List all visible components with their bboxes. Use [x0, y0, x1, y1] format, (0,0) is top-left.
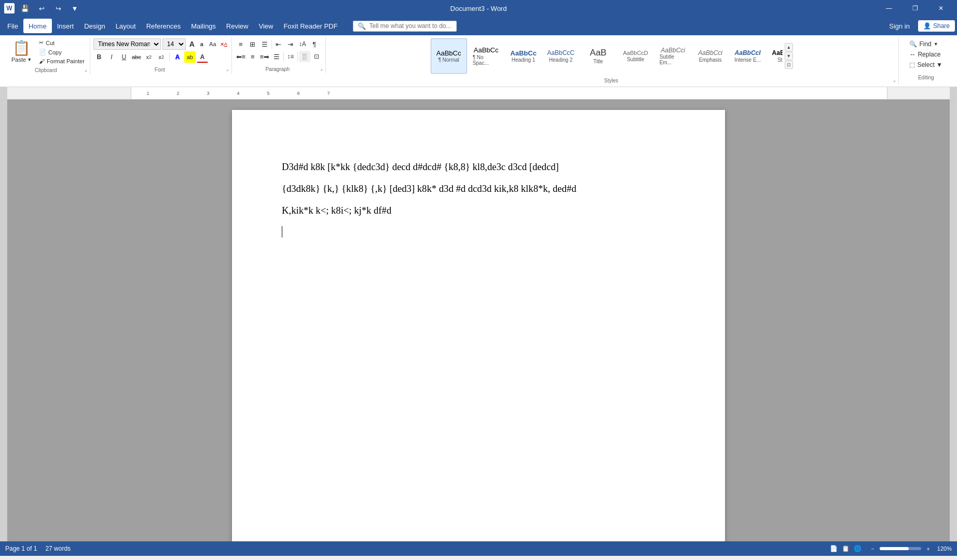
tell-me-input[interactable] [369, 22, 452, 30]
subscript-button[interactable]: x2 [143, 51, 155, 63]
document-area: D3d#d k8k [k*kk {dedc3d} decd d#dcd# {k8… [0, 100, 957, 541]
paragraph-1[interactable]: D3d#d k8k [k*kk {dedc3d} decd d#dcd# {k8… [282, 160, 675, 174]
sort-button[interactable]: ↕A [297, 38, 308, 50]
style-intense-emphasis[interactable]: AaBbCcI Intense E... [730, 38, 766, 74]
menu-foxit[interactable]: Foxit Reader PDF [278, 19, 343, 33]
style-normal[interactable]: AaBbCc ¶ Normal [431, 38, 467, 74]
numbering-button[interactable]: ⊞ [247, 38, 258, 50]
clipboard-expand-icon[interactable]: ⌟ [85, 67, 87, 72]
clipboard-group: 📋 Paste ▼ ✂ Cut 📄 Copy [4, 37, 90, 74]
customize-quick-access-button[interactable]: ▼ [67, 1, 82, 16]
menu-view[interactable]: View [253, 19, 278, 33]
copy-icon: 📄 [39, 49, 46, 55]
style-no-spacing[interactable]: AaBbCc ¶ No Spac... [468, 38, 504, 74]
save-button[interactable]: 💾 [18, 1, 32, 16]
center-button[interactable]: ≡ [247, 51, 258, 62]
window-controls: — ❐ ✕ [877, 0, 953, 17]
page-info: Page 1 of 1 [5, 545, 37, 552]
document-page[interactable]: D3d#d k8k [k*kk {dedc3d} decd d#dcd# {k8… [232, 110, 725, 541]
redo-button[interactable]: ↪ [51, 1, 65, 16]
font-size-select[interactable]: 14 [162, 38, 186, 50]
style-strong[interactable]: AaBbCcI Strong [767, 38, 783, 74]
superscript-button[interactable]: x2 [156, 51, 167, 63]
tell-me-field[interactable]: 🔍 [353, 21, 457, 32]
style-heading2[interactable]: AaBbCcC Heading 2 [543, 38, 579, 74]
menu-mailings[interactable]: Mailings [186, 19, 221, 33]
maximize-button[interactable]: ❐ [903, 0, 927, 17]
paste-button[interactable]: 📋 Paste ▼ [7, 38, 36, 65]
menu-design[interactable]: Design [79, 19, 110, 33]
italic-button[interactable]: I [106, 51, 117, 63]
close-button[interactable]: ✕ [929, 0, 953, 17]
align-right-button[interactable]: ≡➡ [259, 51, 270, 62]
menu-review[interactable]: Review [221, 19, 254, 33]
style-subtle-emphasis[interactable]: AaBbCci Subtle Em... [655, 38, 691, 74]
zoom-in-button[interactable]: ＋ [925, 545, 931, 553]
find-button[interactable]: 🔍 Find ▼ [906, 39, 946, 49]
paragraph-2[interactable]: {d3dk8k} {k,} {klk8} {,k} [ded3] k8k* d3… [282, 181, 675, 196]
paragraph-expand-icon[interactable]: ⌟ [320, 66, 322, 71]
view-web-button[interactable]: 🌐 [854, 545, 862, 552]
clear-format-button[interactable]: ✕A [219, 39, 228, 49]
styles-scroll-up[interactable]: ▲ [785, 43, 793, 51]
text-highlight-button[interactable]: ab [184, 51, 196, 63]
zoom-out-button[interactable]: － [870, 545, 876, 553]
select-button[interactable]: ⬚ Select ▼ [906, 60, 946, 69]
copy-button[interactable]: 📄 Copy [37, 48, 87, 57]
borders-button[interactable]: ⊡ [311, 51, 322, 62]
style-title-label: Title [593, 59, 603, 64]
style-emphasis[interactable]: AaBbCci Emphasis [692, 38, 729, 74]
ruler-main: 1 2 3 4 5 6 7 [7, 87, 950, 99]
menu-home[interactable]: Home [23, 19, 52, 33]
underline-button[interactable]: U [118, 51, 130, 63]
justify-button[interactable]: ☰ [271, 51, 282, 62]
decrease-indent-button[interactable]: ⇤ [273, 38, 284, 50]
paragraph-3[interactable]: K,kik*k k<; k8i<; kj*k df#d [282, 203, 675, 218]
undo-button[interactable]: ↩ [34, 1, 49, 16]
view-read-button[interactable]: 📄 [830, 545, 838, 552]
line-spacing-button[interactable]: ↕≡ [285, 51, 296, 62]
show-hide-button[interactable]: ¶ [309, 38, 320, 50]
style-intense-emphasis-preview: AaBbCcI [735, 49, 761, 57]
menu-insert[interactable]: Insert [52, 19, 79, 33]
font-color-button[interactable]: A [197, 51, 208, 63]
menu-file[interactable]: File [2, 19, 23, 33]
menu-layout[interactable]: Layout [111, 19, 141, 33]
strikethrough-button[interactable]: abc [131, 51, 142, 63]
style-subtitle[interactable]: AaBbCcD Subtitle [618, 38, 654, 74]
text-effect-button[interactable]: A [172, 51, 183, 63]
style-title[interactable]: AaB Title [580, 38, 617, 74]
ruler-right-margin [950, 87, 957, 99]
view-print-button[interactable]: 📋 [842, 545, 850, 552]
change-case-button[interactable]: Aa [208, 39, 217, 49]
right-scrollbar[interactable] [950, 100, 957, 541]
paragraph-4[interactable] [282, 225, 675, 240]
replace-button[interactable]: ↔ Replace [906, 50, 946, 59]
bullets-button[interactable]: ≡ [235, 38, 247, 50]
grow-font-button[interactable]: A [187, 39, 197, 49]
shrink-font-button[interactable]: a [197, 39, 207, 49]
zoom-slider[interactable] [880, 547, 921, 550]
minimize-button[interactable]: — [877, 0, 901, 17]
shading-button[interactable]: ░ [299, 51, 310, 62]
menu-bar: File Home Insert Design Layout Reference… [0, 17, 957, 35]
style-emphasis-preview: AaBbCci [698, 49, 722, 57]
format-painter-button[interactable]: 🖌 Format Painter [37, 57, 87, 65]
styles-scroll-down[interactable]: ▼ [785, 52, 793, 60]
font-family-select[interactable]: Times New Roman [93, 38, 161, 50]
share-button[interactable]: 👤 Share [918, 20, 955, 32]
word-count: 27 words [45, 545, 71, 552]
scroll-area[interactable]: D3d#d k8k [k*kk {dedc3d} decd d#dcd# {k8… [7, 100, 950, 541]
font-expand-icon[interactable]: ⌟ [226, 66, 228, 72]
bold-button[interactable]: B [93, 51, 105, 63]
sign-in-button[interactable]: Sign in [885, 20, 914, 32]
multilevel-list-button[interactable]: ☰ [259, 38, 270, 50]
align-left-button[interactable]: ⬅≡ [235, 51, 247, 62]
styles-expand-button[interactable]: ⊡ [785, 61, 793, 69]
menu-references[interactable]: References [141, 19, 186, 33]
styles-expand-icon[interactable]: ⌟ [893, 77, 895, 82]
left-ruler [0, 100, 7, 541]
style-heading1[interactable]: AaBbCc Heading 1 [505, 38, 542, 74]
cut-button[interactable]: ✂ Cut [37, 38, 87, 47]
increase-indent-button[interactable]: ⇥ [285, 38, 296, 50]
